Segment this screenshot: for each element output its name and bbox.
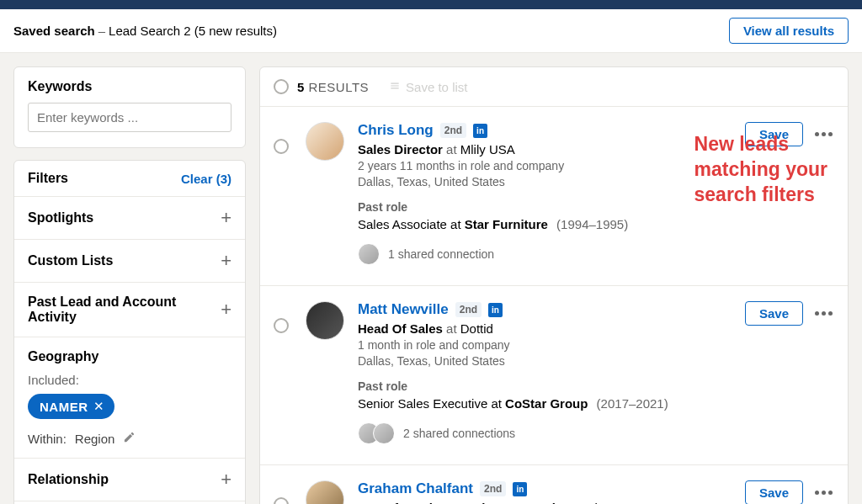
lead-body: Chris Long 2nd in Sales Director at Mlil…	[358, 122, 745, 265]
filter-company[interactable]: Company +	[14, 501, 245, 504]
location: Dallas, Texas, United States	[358, 354, 745, 368]
lead-checkbox[interactable]	[274, 318, 289, 333]
results-panel: 5 RESULTS Save to list Chris Long 2nd in…	[259, 66, 849, 504]
view-all-results-button[interactable]: View all results	[729, 18, 849, 44]
at-text: at	[446, 321, 460, 336]
job-title: Sales Director	[358, 142, 443, 157]
plus-icon[interactable]: +	[221, 300, 231, 319]
job-title-line: Head Of Sales at Dottid	[358, 321, 745, 336]
lead-checkbox[interactable]	[274, 139, 289, 154]
lead-name-link[interactable]: Chris Long	[358, 122, 434, 139]
within-value: Region	[75, 432, 115, 446]
more-actions-icon[interactable]	[813, 129, 834, 140]
past-role: Senior Sales Executive at CoStar Group (…	[358, 396, 745, 411]
company-name: Dottid	[460, 321, 493, 336]
geography-title: Geography	[28, 349, 231, 364]
close-icon[interactable]: ✕	[93, 399, 105, 414]
save-lead-button[interactable]: Save	[745, 480, 803, 504]
job-title: SVP of Employer and Partner Sales	[358, 501, 569, 504]
tenure: 1 month in role and company	[358, 338, 745, 352]
linkedin-icon[interactable]: in	[513, 482, 527, 496]
filter-label: Relationship	[28, 472, 109, 487]
results-number: 5	[297, 80, 305, 94]
shared-connections[interactable]: 2 shared connections	[358, 422, 745, 444]
job-title-line: SVP of Employer and Partner Sales at Air…	[358, 501, 745, 504]
clear-filters-link[interactable]: Clear (3)	[181, 172, 231, 186]
keywords-card: Keywords	[13, 66, 246, 148]
filters-card: Filters Clear (3) Spotlights + Custom Li…	[13, 160, 246, 504]
select-all-checkbox[interactable]	[274, 79, 289, 94]
included-label: Included:	[28, 373, 231, 387]
save-to-list-button[interactable]: Save to list	[389, 80, 467, 94]
sidebar: Keywords Filters Clear (3) Spotlights + …	[13, 66, 246, 504]
degree-badge: 2nd	[480, 481, 506, 496]
lead-name-link[interactable]: Graham Chalfant	[358, 480, 473, 497]
lead-row: Graham Chalfant 2nd in SVP of Employer a…	[260, 465, 848, 504]
degree-badge: 2nd	[440, 123, 466, 138]
connection-avatar-icon	[373, 422, 395, 444]
filters-title: Filters	[28, 171, 68, 186]
company-name: Airvet	[587, 501, 619, 504]
list-icon	[389, 80, 401, 94]
at-text: at	[446, 142, 460, 157]
pill-text: NAMER	[40, 400, 88, 414]
keywords-title: Keywords	[28, 79, 231, 94]
filter-label: Custom Lists	[28, 253, 113, 268]
lead-avatar[interactable]	[306, 480, 344, 504]
geography-pill-namer[interactable]: NAMER ✕	[28, 394, 114, 419]
results-list: Chris Long 2nd in Sales Director at Mlil…	[260, 107, 848, 504]
filter-label: Spotlights	[28, 210, 93, 225]
lead-checkbox[interactable]	[274, 497, 289, 504]
lead-actions: Save	[745, 480, 834, 504]
top-nav-bar	[0, 0, 862, 9]
results-count: 5 RESULTS	[297, 80, 369, 94]
shared-connections[interactable]: 1 shared connection	[358, 243, 745, 265]
connection-avatar-icon	[358, 243, 380, 265]
lead-name-link[interactable]: Matt Newville	[358, 301, 449, 318]
job-title-line: Sales Director at Mlily USA	[358, 142, 745, 157]
filter-spotlights[interactable]: Spotlights +	[14, 196, 245, 239]
save-lead-button[interactable]: Save	[745, 301, 803, 326]
filter-past-activity[interactable]: Past Lead and Account Activity +	[14, 282, 245, 337]
dash: –	[98, 24, 105, 38]
save-to-list-label: Save to list	[406, 80, 467, 94]
more-actions-icon[interactable]	[813, 308, 834, 319]
lead-body: Graham Chalfant 2nd in SVP of Employer a…	[358, 480, 745, 504]
filter-label: Past Lead and Account Activity	[28, 294, 221, 325]
past-years: (2017–2021)	[597, 396, 668, 411]
results-label: RESULTS	[309, 80, 370, 94]
plus-icon[interactable]: +	[221, 209, 231, 227]
connections-text: 1 shared connection	[388, 247, 494, 261]
lead-row: Matt Newville 2nd in Head Of Sales at Do…	[260, 286, 848, 465]
lead-avatar[interactable]	[306, 122, 344, 161]
more-actions-icon[interactable]	[813, 487, 834, 498]
pencil-icon[interactable]	[123, 431, 136, 446]
plus-icon[interactable]: +	[221, 252, 231, 270]
filter-geography: Geography Included: NAMER ✕ Within: Regi…	[14, 337, 245, 458]
past-role-label: Past role	[358, 200, 745, 214]
new-results-count: (5 new results)	[194, 24, 277, 38]
linkedin-icon[interactable]: in	[473, 124, 487, 138]
keywords-input[interactable]	[28, 103, 231, 132]
linkedin-icon[interactable]: in	[488, 303, 503, 317]
past-company: Star Furniture	[465, 217, 548, 231]
search-name: Lead Search 2	[109, 24, 191, 38]
within-label: Within:	[28, 432, 67, 446]
company-name: Mlily USA	[460, 142, 515, 157]
at-text: at	[573, 501, 587, 504]
filter-custom-lists[interactable]: Custom Lists +	[14, 239, 245, 282]
past-years: (1994–1995)	[556, 217, 628, 231]
past-company: CoStar Group	[505, 396, 588, 411]
saved-search-bar: Saved search – Lead Search 2 (5 new resu…	[0, 9, 862, 53]
lead-avatar[interactable]	[306, 301, 344, 340]
lead-actions: Save	[745, 301, 834, 326]
plus-icon[interactable]: +	[221, 470, 231, 489]
lead-row: Chris Long 2nd in Sales Director at Mlil…	[260, 107, 848, 286]
connections-text: 2 shared connections	[403, 427, 515, 440]
save-lead-button[interactable]: Save	[745, 122, 803, 146]
degree-badge: 2nd	[455, 302, 482, 317]
lead-actions: Save	[745, 122, 834, 146]
filter-relationship[interactable]: Relationship +	[14, 458, 245, 501]
tenure: 2 years 11 months in role and company	[358, 159, 745, 172]
past-title: Senior Sales Executive at	[358, 396, 505, 411]
